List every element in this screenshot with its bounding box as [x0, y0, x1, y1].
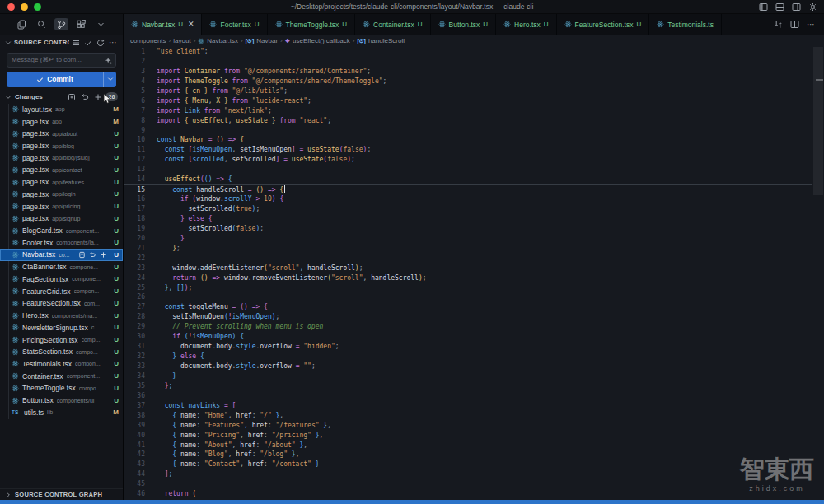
- code-line[interactable]: 3import Container from "@/components/sha…: [124, 67, 812, 77]
- split-editor-icon[interactable]: [790, 17, 799, 32]
- file-row-page.tsx[interactable]: page.tsxapp/blog/[slug]U: [0, 152, 123, 164]
- line-number[interactable]: 27: [124, 302, 145, 312]
- line-number[interactable]: 6: [124, 96, 145, 106]
- breadcrumb-item-navbar-tsx[interactable]: Navbar.tsx: [198, 37, 238, 44]
- view-as-list-icon[interactable]: [72, 35, 80, 50]
- compare-changes-icon[interactable]: [774, 17, 783, 32]
- maximize-window-button[interactable]: [34, 3, 41, 11]
- code-line[interactable]: 4import ThemeToggle from "@/components/s…: [124, 77, 812, 86]
- line-number[interactable]: 10: [124, 135, 145, 145]
- tab-ThemeToggle.tsx[interactable]: ThemeToggle.tsxU: [268, 14, 356, 35]
- code-line[interactable]: 39 { name: "Features", href: "/features"…: [124, 421, 812, 431]
- file-row-navbar.tsx[interactable]: Navbar.tsxco...U: [0, 249, 123, 261]
- code-line[interactable]: 26: [124, 292, 812, 302]
- code-line[interactable]: 21 };: [124, 244, 812, 254]
- code-line[interactable]: 19 setScrolled(false);: [124, 224, 812, 234]
- code-line[interactable]: 30 if (!isMenuOpen) {: [124, 332, 812, 342]
- generate-commit-message-sparkle-icon[interactable]: [105, 54, 113, 68]
- file-row-ctabanner.tsx[interactable]: CtaBanner.tsxcompone...U: [0, 261, 123, 273]
- tab-Button.tsx[interactable]: Button.tsxU: [431, 14, 497, 35]
- code-line[interactable]: 14 useEffect(() => {: [124, 175, 812, 184]
- code-line[interactable]: 42 { name: "Blog", href: "/blog" },: [124, 450, 812, 460]
- line-number[interactable]: 20: [124, 234, 145, 244]
- stage-all-changes-icon[interactable]: [94, 90, 102, 105]
- code-line[interactable]: 22: [124, 254, 812, 264]
- line-number[interactable]: 14: [124, 175, 145, 184]
- line-number[interactable]: 35: [124, 381, 145, 391]
- line-number[interactable]: 11: [124, 145, 145, 155]
- toggle-secondary-sidebar-icon[interactable]: [792, 2, 801, 12]
- file-row-blogcard.tsx[interactable]: BlogCard.tsxcomponent...U: [0, 225, 123, 237]
- line-number[interactable]: 4: [124, 77, 145, 86]
- files-icon[interactable]: [15, 18, 29, 30]
- code-line[interactable]: 25 }, []);: [124, 283, 812, 293]
- code-line[interactable]: 41 { name: "About", href: "/about" },: [124, 441, 812, 450]
- tab-Navbar.tsx[interactable]: Navbar.tsxU✕: [124, 14, 202, 35]
- line-number[interactable]: 21: [124, 244, 145, 254]
- code-line[interactable]: 15 const handleScroll = () => {: [124, 184, 812, 194]
- search-icon[interactable]: [35, 18, 49, 30]
- line-number[interactable]: 9: [124, 126, 145, 136]
- code-line[interactable]: 32 } else {: [124, 352, 812, 362]
- line-number[interactable]: 2: [124, 57, 145, 67]
- file-row-page.tsx[interactable]: page.tsxapp/signupU: [0, 212, 123, 225]
- line-number[interactable]: 39: [124, 421, 145, 431]
- editor-scrollbar[interactable]: [812, 47, 824, 500]
- commit-button[interactable]: Commit: [7, 72, 116, 87]
- code-line[interactable]: 6import { Menu, X } from "lucide-react";: [124, 96, 812, 106]
- line-number[interactable]: 13: [124, 165, 145, 175]
- code-line[interactable]: 8import { useEffect, useState } from "re…: [124, 116, 812, 126]
- file-row-page.tsx[interactable]: page.tsxappM: [0, 115, 123, 128]
- code-line[interactable]: 31 document.body.style.overflow = "hidde…: [124, 342, 812, 352]
- file-row-page.tsx[interactable]: page.tsxapp/loginU: [0, 189, 123, 201]
- extensions-icon[interactable]: [74, 18, 88, 30]
- line-number[interactable]: 8: [124, 116, 145, 126]
- line-number[interactable]: 43: [124, 460, 145, 469]
- line-number[interactable]: 12: [124, 155, 145, 165]
- refresh-icon[interactable]: [96, 35, 105, 50]
- code-line[interactable]: 16 if (window.scrollY > 10) {: [124, 194, 812, 204]
- chevron-down-icon[interactable]: [94, 18, 108, 30]
- file-row-page.tsx[interactable]: page.tsxapp/pricingU: [0, 200, 123, 212]
- customize-layout-icon[interactable]: [808, 2, 817, 12]
- tab-Hero.tsx[interactable]: Hero.tsxU: [496, 14, 556, 35]
- discard-changes-icon[interactable]: [89, 247, 96, 262]
- code-line[interactable]: 13: [124, 165, 812, 175]
- line-number[interactable]: 31: [124, 342, 145, 352]
- file-row-newslettersignup.tsx[interactable]: NewsletterSignup.tsxc...U: [0, 321, 123, 334]
- code-line[interactable]: 20 }: [124, 234, 812, 244]
- commit-check-icon[interactable]: [84, 35, 92, 50]
- file-row-page.tsx[interactable]: page.tsxapp/blogU: [0, 140, 123, 152]
- line-number[interactable]: 25: [124, 283, 145, 293]
- line-number[interactable]: 41: [124, 441, 145, 450]
- toggle-panel-icon[interactable]: [775, 2, 784, 12]
- code-line[interactable]: 44 ];: [124, 469, 812, 479]
- code-line[interactable]: 12 const [scrolled, setScrolled] = useSt…: [124, 155, 812, 165]
- tab-Testimonials.ts[interactable]: Testimonials.ts: [649, 14, 722, 35]
- commit-message-input[interactable]: [7, 53, 116, 68]
- code-line[interactable]: 45: [124, 479, 812, 489]
- line-number[interactable]: 29: [124, 322, 145, 332]
- breadcrumb-item-navbar[interactable]: [⊙]Navbar: [246, 37, 278, 44]
- discard-all-changes-icon[interactable]: [81, 90, 89, 105]
- file-row-featuresection.tsx[interactable]: FeatureSection.tsxcom...U: [0, 297, 123, 310]
- code-line[interactable]: 36: [124, 391, 812, 401]
- code-line[interactable]: 35 };: [124, 381, 812, 391]
- line-number[interactable]: 30: [124, 332, 145, 342]
- line-number[interactable]: 36: [124, 391, 145, 401]
- commit-dropdown-button[interactable]: [103, 72, 116, 87]
- line-number[interactable]: 17: [124, 204, 145, 214]
- stash-icon[interactable]: [68, 90, 76, 105]
- line-number[interactable]: 44: [124, 469, 145, 479]
- breadcrumb-item-useeffect-callback[interactable]: ❖useEffect() callback: [285, 37, 350, 44]
- code-line[interactable]: 38 { name: "Home", href: "/" },: [124, 411, 812, 421]
- tab-Container.tsx[interactable]: Container.tsxU: [355, 14, 430, 35]
- stage-changes-icon[interactable]: [100, 247, 107, 262]
- code-line[interactable]: 17 setScrolled(true);: [124, 204, 812, 214]
- line-number[interactable]: 19: [124, 224, 145, 234]
- file-row-statssection.tsx[interactable]: StatsSection.tsxcompo...U: [0, 346, 123, 358]
- line-number[interactable]: 34: [124, 371, 145, 381]
- code-line[interactable]: 9: [124, 126, 812, 136]
- file-row-page.tsx[interactable]: page.tsxapp/featuresU: [0, 176, 123, 189]
- file-row-themetoggle.tsx[interactable]: ThemeToggle.tsxcompo...U: [0, 382, 123, 394]
